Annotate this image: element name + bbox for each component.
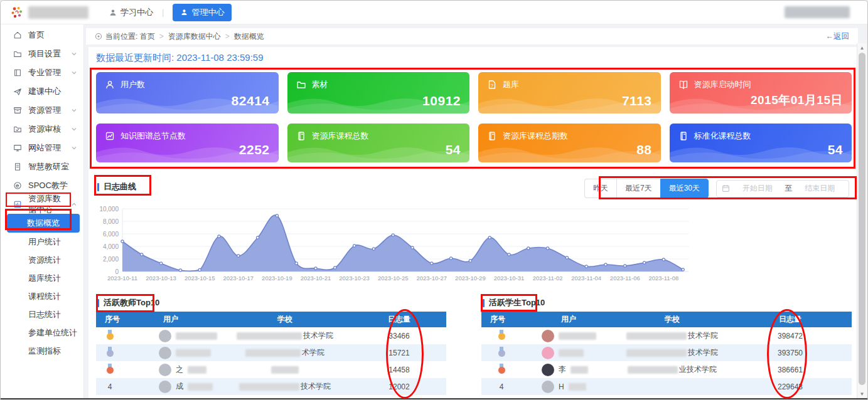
school-name-suffix: 技术学院 — [688, 330, 718, 341]
start-date-input[interactable]: 开始日期 — [734, 183, 781, 194]
table-header-row: 序号用户学校日志量 — [481, 312, 852, 327]
sidebar-subitem-5[interactable]: 日志统计 — [1, 305, 83, 324]
sidebar-item-2[interactable]: 专业管理 — [1, 63, 83, 82]
sidebar-item-6[interactable]: 网站管理 — [1, 139, 83, 157]
active-teachers-table: 活跃教师Top10序号用户学校日志量技术学院33466术学院15721之1445… — [96, 294, 446, 395]
admin-center-icon — [180, 8, 188, 16]
sidebar-subitem-6[interactable]: 参建单位统计 — [1, 324, 83, 342]
archive-icon — [13, 106, 22, 115]
svg-text:2023-11-08: 2023-11-08 — [648, 275, 678, 282]
send-icon — [13, 87, 22, 96]
sidebar-item-4[interactable]: 资源管理 — [1, 101, 83, 120]
back-button[interactable]: ←返回 — [826, 31, 850, 42]
range-button-yesterday[interactable]: 昨天 — [584, 179, 616, 198]
school-cell: 业技术学院 — [616, 364, 729, 375]
scrollbar-down-arrow[interactable]: ▼ — [857, 389, 867, 398]
table-header-row: 序号用户学校日志量 — [96, 312, 446, 327]
calendar-icon — [722, 184, 730, 192]
stat-card-0: 用户数82414 — [96, 72, 279, 113]
svg-text:2023-10-27: 2023-10-27 — [416, 275, 447, 282]
home-icon — [13, 31, 22, 39]
scrollbar-thumb[interactable] — [859, 53, 865, 385]
column-header-1: 用户 — [522, 314, 616, 325]
title-accent-bar — [483, 299, 485, 307]
stat-card-value: 2252 — [239, 142, 270, 157]
breadcrumb-item-datacenter[interactable]: 资源库数据中心 — [168, 31, 221, 42]
svg-text:2023-11-02: 2023-11-02 — [533, 275, 563, 282]
sidebar-subitem-label: 监测指标 — [28, 345, 61, 357]
stat-card-value: 82414 — [232, 93, 270, 108]
sidebar-subitem-0[interactable]: 数据概览 — [7, 214, 80, 233]
school-name-suffix: 技术学院 — [303, 330, 333, 341]
column-header-2: 学校 — [218, 314, 352, 325]
rank-cell: 4 — [481, 382, 522, 391]
sidebar-item-7[interactable]: 智慧教研室 — [1, 157, 83, 176]
range-button-7days[interactable]: 最近7天 — [616, 179, 660, 198]
user-name-redacted — [569, 383, 586, 391]
sidebar-item-9[interactable]: 资源库数据中心 — [1, 195, 83, 214]
sidebar-item-5[interactable]: 资源审核 — [1, 120, 83, 139]
sidebar-subitem-label: 资源统计 — [28, 255, 61, 266]
sidebar-subitem-4[interactable]: 课程统计 — [1, 287, 83, 305]
scrollbar-up-arrow[interactable]: ▲ — [857, 43, 867, 52]
column-header-3: 日志量 — [729, 314, 852, 325]
user-cell — [124, 330, 218, 342]
main-panel: 数据最近更新时间: 2023-11-08 23:59:59 用户数82414 素… — [88, 47, 858, 400]
sidebar-subitem-2[interactable]: 资源统计 — [1, 251, 83, 269]
sidebar-item-3[interactable]: 建课中心 — [1, 82, 83, 101]
logo — [9, 5, 104, 20]
user-name-redacted — [571, 366, 588, 374]
logo-text-redacted — [28, 6, 88, 19]
range-button-30days[interactable]: 最近30天 — [660, 179, 709, 198]
svg-text:2023-10-11: 2023-10-11 — [107, 275, 137, 282]
stat-card-header: 知识图谱总节点数 — [96, 124, 279, 142]
medal-silver-icon — [106, 347, 114, 357]
logo-icon — [9, 5, 24, 20]
logs-cell: 386661 — [729, 366, 852, 374]
sidebar-subitem-1[interactable]: 用户统计 — [1, 233, 83, 251]
svg-text:4,000: 4,000 — [103, 243, 119, 250]
stat-card-3: 资源库启动时间2015年01月15日 — [670, 72, 852, 113]
spoc-icon — [13, 181, 22, 190]
avatar — [542, 330, 554, 342]
sidebar-item-8[interactable]: SPOC教学 — [1, 176, 83, 195]
table-row: 4成技术学院12002 — [96, 378, 446, 395]
center-tabs: 学习中心 | 管理中心 — [109, 4, 232, 21]
rank-cell — [96, 330, 124, 342]
stat-card-value: 88 — [636, 142, 651, 157]
stat-card-header: 资源库课程总期数 — [478, 124, 661, 142]
end-date-input[interactable]: 结束日期 — [796, 183, 844, 194]
tab-admin-center[interactable]: 管理中心 — [173, 4, 232, 21]
svg-text:2023-10-19: 2023-10-19 — [262, 275, 292, 282]
tab-learning-center[interactable]: 学习中心 — [109, 7, 153, 18]
sidebar: 首页项目设置专业管理建课中心资源管理资源审核网站管理智慧教研室SPOC教学资源库… — [1, 24, 84, 400]
column-header-0: 序号 — [481, 314, 522, 325]
svg-text:2023-10-31: 2023-10-31 — [494, 275, 525, 282]
avatar — [542, 381, 554, 393]
breadcrumb-item-home[interactable]: 首页 — [140, 31, 155, 42]
svg-text:2023-11-06: 2023-11-06 — [610, 275, 640, 282]
date-range-picker[interactable]: 开始日期 至 结束日期 — [716, 180, 849, 197]
table-row: 术学院15721 — [96, 344, 446, 361]
log-section-title-label: 日志曲线 — [104, 181, 136, 192]
sidebar-subitem-label: 日志统计 — [28, 309, 61, 320]
folder-check-icon — [13, 125, 22, 134]
school-name-redacted — [628, 366, 678, 374]
monitor-icon — [13, 144, 22, 152]
log-section-title: 日志曲线 — [97, 181, 136, 192]
user-cell — [522, 347, 616, 359]
sidebar-item-0[interactable]: 首页 — [1, 26, 83, 45]
tab-learning-center-label: 学习中心 — [121, 7, 153, 18]
sidebar-subitem-label: 课程统计 — [28, 291, 61, 302]
sidebar-item-label: 网站管理 — [28, 142, 61, 154]
sidebar-subitem-3[interactable]: 题库统计 — [1, 269, 83, 287]
stat-card-value: 2015年01月15日 — [751, 92, 843, 108]
user-info-redacted[interactable] — [785, 6, 850, 18]
sidebar-item-1[interactable]: 项目设置 — [1, 45, 83, 63]
column-header-0: 序号 — [96, 314, 124, 325]
rank-cell — [481, 364, 522, 376]
stat-card-label: 题库 — [503, 79, 519, 90]
chevron-down-icon — [71, 145, 77, 151]
sidebar-item-label: 首页 — [28, 29, 45, 41]
sidebar-subitem-7[interactable]: 监测指标 — [1, 342, 83, 360]
